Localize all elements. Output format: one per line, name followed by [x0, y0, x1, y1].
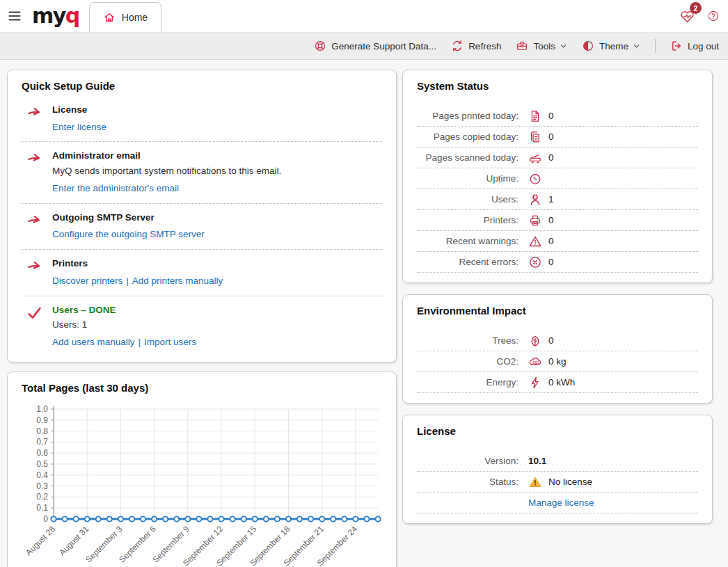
tools-button[interactable]: Tools [516, 40, 567, 52]
error-circle-icon [528, 255, 542, 269]
data-point-marker [242, 516, 246, 521]
dashboard: Quick Setup Guide LicenseEnter licenseAd… [0, 60, 728, 567]
data-point-marker [163, 516, 168, 521]
data-point-marker [375, 516, 380, 521]
row-label: Recent errors: [417, 257, 519, 267]
row-label: Energy: [417, 377, 519, 388]
system-health-button[interactable]: 2 [679, 3, 700, 26]
menu-hamburger-icon[interactable] [6, 9, 24, 23]
system-status-row-printers: Printers:0 [417, 210, 698, 231]
refresh-button[interactable]: Refresh [451, 40, 501, 52]
system-status-row-recent-warnings: Recent warnings:0 [417, 231, 698, 252]
svg-text:0.3: 0.3 [36, 481, 48, 491]
arrow-right-icon [22, 257, 52, 287]
import-users-link[interactable]: Import users [144, 337, 196, 347]
user-icon [528, 193, 542, 207]
toolbar-divider [655, 39, 656, 53]
row-label: Users: [417, 194, 519, 205]
row-value: No license [548, 477, 592, 487]
row-label: Pages scanned today: [417, 152, 519, 163]
setup-item-links: Enter the administrator's email [52, 182, 281, 195]
total-pages-title: Total Pages (last 30 days) [22, 382, 382, 394]
arrow-right-icon [22, 103, 52, 134]
data-point-marker [85, 516, 90, 521]
data-point-marker [219, 516, 223, 521]
lifebuoy-icon [314, 40, 326, 52]
data-point-marker [185, 516, 190, 521]
data-point-marker [342, 516, 347, 521]
manage-license-link[interactable]: Manage license [528, 497, 594, 508]
setup-item-title: License [52, 103, 106, 117]
theme-icon [582, 40, 594, 52]
row-label: Trees: [417, 335, 519, 346]
row-value: 0 [548, 335, 554, 346]
svg-text:August 31: August 31 [57, 524, 90, 557]
row-label: Version: [417, 456, 519, 466]
data-point-marker [331, 516, 335, 521]
svg-text:1.0: 1.0 [36, 404, 48, 414]
system-status-card: System Status Pages printed today:0Pages… [402, 70, 713, 283]
setup-item-body: Users – DONEUsers: 1Add users manually|I… [52, 303, 196, 349]
enter-license-link[interactable]: Enter license [52, 122, 106, 132]
license-card: License Version:10.1Status:No licenseMan… [402, 415, 713, 524]
logo-text-my: my [32, 3, 65, 28]
setup-item-printers: PrintersDiscover printers|Add printers m… [22, 250, 382, 296]
license-row-status: Status:No license [417, 472, 698, 493]
data-point-marker [319, 516, 324, 521]
tools-label: Tools [533, 41, 555, 51]
svg-text:0.5: 0.5 [36, 459, 48, 469]
row-value: 0 [548, 236, 554, 246]
svg-text:0.7: 0.7 [36, 437, 48, 447]
setup-item-links: Discover printers|Add printers manually [52, 275, 223, 288]
row-label: Recent warnings: [417, 236, 519, 246]
license-title: License [417, 425, 698, 437]
log-out-label: Log out [688, 41, 719, 51]
tab-home[interactable]: Home [89, 2, 161, 32]
theme-button[interactable]: Theme [582, 40, 640, 52]
svg-text:0.1: 0.1 [36, 503, 48, 513]
chevron-down-icon [633, 42, 640, 50]
setup-item-title: Outgoing SMTP Server [52, 211, 205, 225]
toolbar: Generate Support Data...RefreshToolsThem… [0, 32, 728, 60]
setup-item-links: Configure the outgoing SMTP server [52, 228, 205, 241]
myq-logo: myq [32, 6, 79, 26]
svg-text:August 28: August 28 [24, 524, 57, 557]
home-icon [103, 11, 116, 24]
data-point-marker [353, 516, 358, 521]
setup-item-links: Enter license [52, 121, 106, 134]
add-users-manually-link[interactable]: Add users manually [52, 337, 135, 347]
data-point-marker [129, 516, 134, 521]
generate-support-data-label: Generate Support Data... [331, 41, 436, 51]
row-value: Manage license [528, 497, 594, 508]
configure-the-outgoing-smtp-server-link[interactable]: Configure the outgoing SMTP server [52, 229, 205, 239]
row-value: 0 [548, 257, 554, 267]
theme-label: Theme [599, 41, 628, 51]
leaf-icon [528, 334, 542, 348]
system-status-row-pages-scanned-today: Pages scanned today:0 [417, 147, 698, 168]
setup-item-license: LicenseEnter license [22, 96, 382, 142]
total-pages-chart: 00.10.20.30.40.50.60.70.80.91.0August 28… [22, 401, 382, 567]
refresh-icon [451, 40, 464, 52]
discover-printers-link[interactable]: Discover printers [52, 275, 122, 286]
log-out-button[interactable]: Log out [670, 40, 719, 52]
yellow-warning-icon [528, 475, 542, 489]
add-printers-manually-link[interactable]: Add printers manually [132, 275, 223, 286]
row-label: Pages copied today: [417, 131, 519, 142]
arrow-right-icon [22, 149, 52, 195]
data-point-marker [152, 516, 157, 521]
setup-item-body: Outgoing SMTP ServerConfigure the outgoi… [52, 211, 205, 241]
system-status-row-pages-copied-today: Pages copied today:0 [417, 127, 698, 147]
data-point-marker [51, 516, 56, 521]
data-point-marker [107, 516, 112, 521]
scanner-icon [528, 151, 542, 165]
svg-text:0.9: 0.9 [36, 415, 48, 425]
environmental-impact-title: Environmental Impact [417, 305, 698, 317]
help-icon[interactable] [707, 10, 720, 22]
setup-item-links: Add users manually|Import users [52, 336, 196, 349]
printed-page-icon [528, 109, 542, 123]
enter-the-administrator-s-email-link[interactable]: Enter the administrator's email [52, 183, 179, 193]
notifications-badge: 2 [690, 2, 702, 14]
link-separator: | [139, 337, 141, 347]
svg-text:0.6: 0.6 [36, 448, 48, 458]
generate-support-data-button[interactable]: Generate Support Data... [314, 40, 436, 52]
